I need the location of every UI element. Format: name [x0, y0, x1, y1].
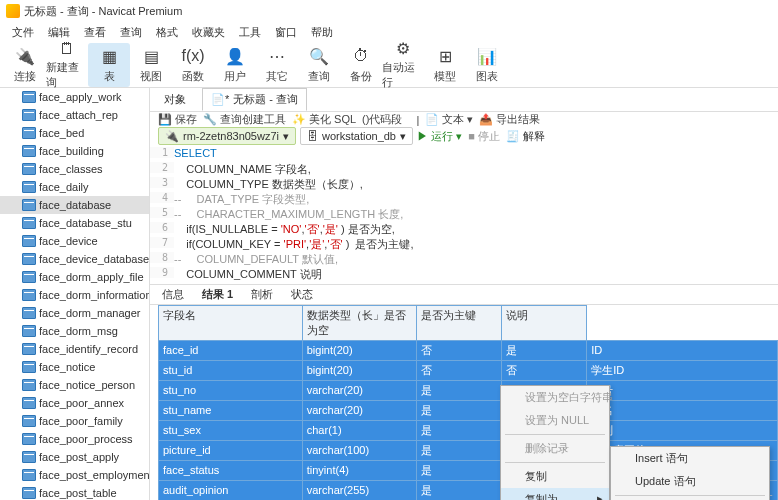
table-icon — [22, 253, 36, 265]
ctx-update-stmt[interactable]: Update 语句 — [611, 470, 769, 493]
sql-editor[interactable]: 1SELECT2 COLUMN_NAME 字段名,3 COLUMN_TYPE 数… — [150, 145, 778, 285]
用户-icon: 👤 — [224, 45, 246, 67]
table-item[interactable]: face_apply_work — [0, 88, 149, 106]
table-row[interactable]: stu_namevarchar(20)是否姓名 — [159, 401, 778, 421]
table-icon — [22, 127, 36, 139]
视图-icon: ▤ — [140, 45, 162, 67]
table-item[interactable]: face_notice_person — [0, 376, 149, 394]
table-item[interactable]: face_dorm_apply_file — [0, 268, 149, 286]
table-row[interactable]: stu_idbigint(20)否否学生ID — [159, 361, 778, 381]
tab-query[interactable]: 📄* 无标题 - 查询 — [202, 88, 307, 111]
content-tabs: 对象 📄* 无标题 - 查询 — [150, 88, 778, 112]
tab-result1[interactable]: 结果 1 — [198, 285, 237, 304]
table-item[interactable]: face_device_database — [0, 250, 149, 268]
app-logo — [6, 4, 20, 18]
table-icon — [22, 433, 36, 445]
ctx-blank[interactable]: 设置为空白字符串 — [501, 386, 609, 409]
ctx-null[interactable]: 设置为 NULL — [501, 409, 609, 432]
context-menu-copyas: Insert 语句 Update 语句 制表符分隔值 (数据) 制表符分隔值 (… — [610, 446, 770, 500]
table-icon — [22, 181, 36, 193]
table-item[interactable]: face_device — [0, 232, 149, 250]
tool-视图[interactable]: ▤视图 — [130, 43, 172, 87]
menu-favorites[interactable]: 收藏夹 — [186, 23, 231, 42]
table-item[interactable]: face_database — [0, 196, 149, 214]
table-item[interactable]: face_dorm_msg — [0, 322, 149, 340]
tab-messages[interactable]: 信息 — [158, 285, 188, 304]
beautify-button[interactable]: ✨ 美化 SQL — [292, 112, 356, 127]
table-item[interactable]: face_post_apply — [0, 448, 149, 466]
tool-图表[interactable]: 📊图表 — [466, 43, 508, 87]
sidebar[interactable]: face_apply_workface_attach_repface_bedfa… — [0, 88, 150, 500]
table-item[interactable]: face_attach_rep — [0, 106, 149, 124]
table-icon — [22, 361, 36, 373]
stop-button[interactable]: ■ 停止 — [468, 129, 500, 144]
table-item[interactable]: face_post_employment — [0, 466, 149, 484]
table-icon — [22, 109, 36, 121]
col-header[interactable]: 字段名 — [159, 306, 303, 341]
tool-表[interactable]: ▦表 — [88, 43, 130, 87]
tool-自动运行[interactable]: ⚙自动运行 — [382, 43, 424, 87]
表-icon: ▦ — [98, 45, 120, 67]
tool-其它[interactable]: ⋯其它 — [256, 43, 298, 87]
table-icon — [22, 235, 36, 247]
tab-profile[interactable]: 剖析 — [247, 285, 277, 304]
menu-tools[interactable]: 工具 — [233, 23, 267, 42]
tool-备份[interactable]: ⏱备份 — [340, 43, 382, 87]
table-row[interactable]: stu_sexchar(1)是否性别 — [159, 421, 778, 441]
menu-view[interactable]: 查看 — [78, 23, 112, 42]
table-item[interactable]: face_post_table — [0, 484, 149, 500]
save-button[interactable]: 💾 保存 — [158, 112, 197, 127]
connection-selector[interactable]: 🔌 rm-2zetn83n05wz7i ▾ — [158, 127, 296, 145]
table-item[interactable]: face_poor_annex — [0, 394, 149, 412]
col-header[interactable]: 是否为主键 — [417, 306, 502, 341]
table-item[interactable]: face_bed — [0, 124, 149, 142]
ctx-insert-stmt[interactable]: Insert 语句 — [611, 447, 769, 470]
menu-window[interactable]: 窗口 — [269, 23, 303, 42]
codesnip-button[interactable]: ()代码段 — [362, 112, 402, 127]
tool-模型[interactable]: ⊞模型 — [424, 43, 466, 87]
table-item[interactable]: face_poor_family — [0, 412, 149, 430]
ctx-delete[interactable]: 删除记录 — [501, 437, 609, 460]
table-item[interactable]: face_poor_process — [0, 430, 149, 448]
explain-button[interactable]: 🧾 解释 — [506, 129, 545, 144]
table-item[interactable]: face_classes — [0, 160, 149, 178]
table-icon — [22, 145, 36, 157]
tool-新建查询[interactable]: 🗒新建查询 — [46, 43, 88, 87]
export-button[interactable]: 📤 导出结果 — [479, 112, 540, 127]
table-icon — [22, 415, 36, 427]
table-item[interactable]: face_daily — [0, 178, 149, 196]
tool-查询[interactable]: 🔍查询 — [298, 43, 340, 87]
table-row[interactable]: stu_novarchar(20)是否学号 — [159, 381, 778, 401]
table-row[interactable]: face_idbigint(20)否是ID — [159, 341, 778, 361]
db-select-bar: 🔌 rm-2zetn83n05wz7i ▾ 🗄 workstation_db ▾… — [150, 127, 778, 145]
tool-函数[interactable]: f(x)函数 — [172, 43, 214, 87]
tool-用户[interactable]: 👤用户 — [214, 43, 256, 87]
menu-help[interactable]: 帮助 — [305, 23, 339, 42]
col-header[interactable]: 数据类型（长」是否为空 — [302, 306, 416, 341]
tab-status[interactable]: 状态 — [287, 285, 317, 304]
table-item[interactable]: face_dorm_information — [0, 286, 149, 304]
table-icon — [22, 343, 36, 355]
table-item[interactable]: face_identify_record — [0, 340, 149, 358]
ctx-sep — [505, 434, 605, 435]
titlebar: 无标题 - 查询 - Navicat Premium — [0, 0, 778, 22]
tab-objects[interactable]: 对象 — [156, 89, 194, 110]
run-button[interactable]: ▶ 运行 ▾ — [417, 129, 462, 144]
table-item[interactable]: face_notice — [0, 358, 149, 376]
table-item[interactable]: face_building — [0, 142, 149, 160]
col-header[interactable]: 说明 — [502, 306, 587, 341]
database-selector[interactable]: 🗄 workstation_db ▾ — [300, 127, 413, 145]
ctx-copy[interactable]: 复制 — [501, 465, 609, 488]
menu-format[interactable]: 格式 — [150, 23, 184, 42]
text-button[interactable]: 📄 文本 ▾ — [425, 112, 473, 127]
table-item[interactable]: face_dorm_manager — [0, 304, 149, 322]
menu-query[interactable]: 查询 — [114, 23, 148, 42]
备份-icon: ⏱ — [350, 45, 372, 67]
tool-连接[interactable]: 🔌连接 — [4, 43, 46, 87]
table-item[interactable]: face_database_stu — [0, 214, 149, 232]
builder-button[interactable]: 🔧 查询创建工具 — [203, 112, 286, 127]
连接-icon: 🔌 — [14, 45, 36, 67]
menu-file[interactable]: 文件 — [6, 23, 40, 42]
ctx-copy-as[interactable]: 复制为▸ — [501, 488, 609, 500]
table-icon — [22, 217, 36, 229]
